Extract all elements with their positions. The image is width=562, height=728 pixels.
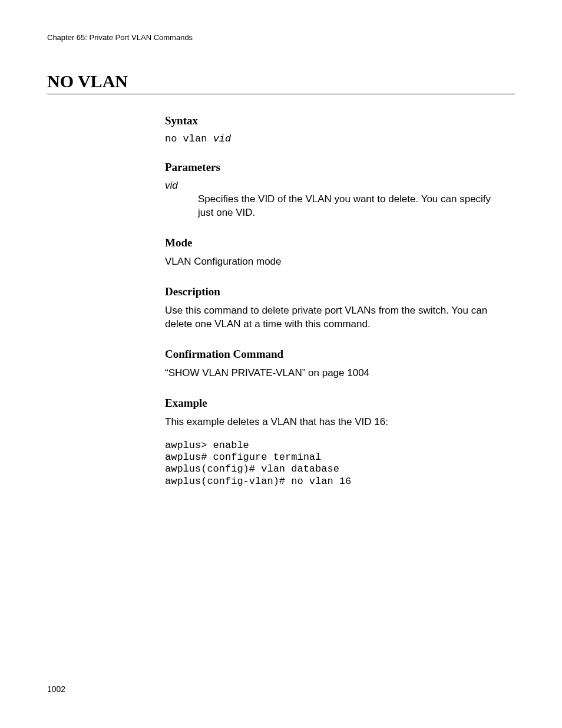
syntax-command: no vlan vid	[165, 133, 507, 144]
page-title: NO VLAN	[47, 71, 515, 91]
content-area: Syntax no vlan vid Parameters vid Specif…	[165, 114, 507, 487]
example-code: awplus> enable awplus# configure termina…	[165, 440, 507, 488]
page: Chapter 65: Private Port VLAN Commands N…	[0, 0, 562, 728]
example-intro: This example deletes a VLAN that has the…	[165, 416, 507, 429]
page-number: 1002	[47, 684, 65, 694]
description-heading: Description	[165, 285, 507, 298]
running-header: Chapter 65: Private Port VLAN Commands	[47, 33, 515, 42]
mode-text: VLAN Configuration mode	[165, 255, 507, 269]
param-desc: Specifies the VID of the VLAN you want t…	[198, 193, 507, 220]
parameters-heading: Parameters	[165, 161, 507, 174]
title-rule	[47, 94, 515, 94]
syntax-heading: Syntax	[165, 114, 507, 127]
syntax-prefix: no vlan	[165, 133, 213, 144]
mode-heading: Mode	[165, 236, 507, 249]
confirmation-text: “SHOW VLAN PRIVATE-VLAN” on page 1004	[165, 367, 507, 380]
description-text: Use this command to delete private port …	[165, 304, 507, 331]
example-heading: Example	[165, 397, 507, 410]
param-name: vid	[165, 180, 507, 192]
syntax-arg: vid	[213, 133, 232, 144]
confirmation-heading: Confirmation Command	[165, 348, 507, 361]
